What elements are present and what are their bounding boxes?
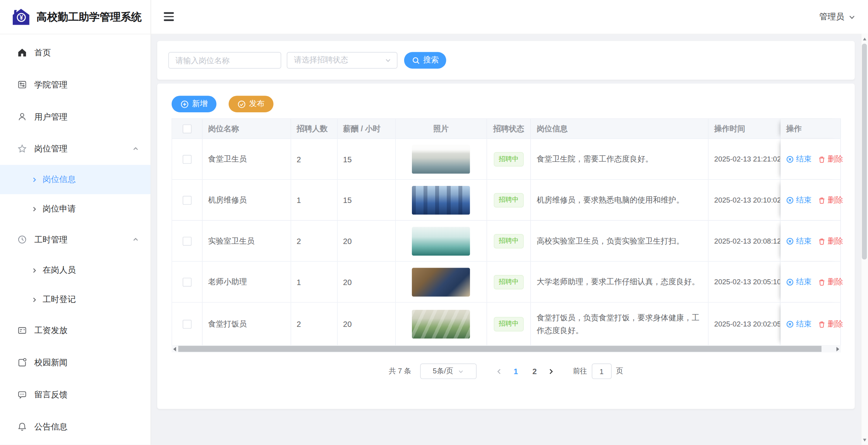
salary: 20	[338, 262, 396, 303]
status-badge: 招聘中	[494, 152, 524, 166]
sidebar-item-label: 岗位管理	[34, 144, 132, 154]
sidebar-item-users[interactable]: 用户管理	[0, 101, 151, 133]
end-action[interactable]: 结束	[786, 236, 812, 246]
job-name-input[interactable]	[168, 52, 281, 69]
table-header-row: 岗位名称 招聘人数 薪酬 / 小时 照片 招聘状态 岗位信息 操作时间 操作	[172, 119, 841, 139]
sidebar-item-on-duty[interactable]: 在岗人员	[0, 256, 151, 285]
sidebar-item-label: 学院管理	[34, 79, 140, 90]
message-icon	[17, 389, 28, 400]
col-header-salary: 薪酬 / 小时	[338, 119, 396, 139]
end-action[interactable]: 结束	[786, 195, 812, 205]
search-button[interactable]: 搜索	[404, 52, 446, 69]
row-checkbox[interactable]	[183, 155, 191, 163]
end-action-label: 结束	[796, 236, 811, 246]
select-all-checkbox[interactable]	[183, 124, 191, 133]
job-photo	[412, 268, 470, 296]
sidebar-item-label: 首页	[34, 47, 140, 58]
end-circle-icon	[786, 155, 794, 163]
home-icon	[17, 47, 28, 58]
job-info: 高校实验室卫生员，负责实验室卫生打扫。	[531, 221, 709, 262]
pagination-total: 共 7 条	[389, 366, 411, 376]
row-checkbox[interactable]	[183, 320, 191, 328]
sidebar-item-label: 工时管理	[34, 234, 132, 245]
job-name: 食堂打饭员	[203, 302, 291, 345]
operate-time: 2025-02-13 20:05:10	[709, 262, 781, 303]
operate-time: 2025-02-13 20:02:05	[709, 302, 781, 345]
delete-action[interactable]: 删除	[818, 277, 843, 287]
operate-time: 2025-02-13 21:21:02	[709, 139, 781, 180]
recruit-status-select[interactable]: 请选择招聘状态	[287, 52, 398, 69]
salary: 20	[338, 221, 396, 262]
sidebar: ¥ 高校勤工助学管理系统 首页 学院管理	[0, 0, 151, 445]
job-photo	[412, 186, 470, 214]
scroll-right-arrow[interactable]	[837, 347, 839, 351]
pagination: 共 7 条 5条/页 1 2 前往 页	[157, 364, 855, 379]
chevron-up-icon	[132, 236, 140, 244]
sidebar-item-news[interactable]: 校园新闻	[0, 346, 151, 378]
end-action-label: 结束	[796, 154, 811, 164]
page-size-value: 5条/页	[433, 366, 453, 376]
row-checkbox[interactable]	[183, 277, 191, 286]
scroll-down-arrow[interactable]	[861, 436, 868, 444]
headcount: 2	[291, 221, 338, 262]
sidebar-item-label: 公告信息	[34, 421, 140, 432]
end-action[interactable]: 结束	[786, 277, 812, 287]
check-circle-icon	[238, 100, 246, 108]
sidebar-subitem-label: 在岗人员	[43, 265, 76, 275]
end-action[interactable]: 结束	[786, 154, 812, 164]
headcount: 1	[291, 262, 338, 303]
table-row: 机房维修员 1 15 招聘中 机房维修员，要求熟悉电脑的使用和维护。 2025-…	[172, 180, 841, 221]
job-photo	[412, 227, 470, 255]
scroll-left-arrow[interactable]	[173, 347, 176, 351]
user-dropdown[interactable]: 管理员	[819, 0, 856, 34]
page-size-select[interactable]: 5条/页	[420, 364, 477, 379]
scroll-up-arrow[interactable]	[861, 35, 868, 43]
delete-action[interactable]: 删除	[818, 319, 843, 329]
vertical-scroll-thumb[interactable]	[862, 44, 867, 259]
sidebar-item-jobs[interactable]: 岗位管理	[0, 133, 151, 165]
search-icon	[412, 56, 420, 64]
job-table: 岗位名称 招聘人数 薪酬 / 小时 照片 招聘状态 岗位信息 操作时间 操作 食…	[172, 119, 841, 346]
sidebar-item-home[interactable]: 首页	[0, 36, 151, 69]
table-row: 食堂打饭员 2 20 招聘中 食堂打饭员，负责食堂打饭，要求身体健康，工作态度良…	[172, 302, 841, 345]
trash-icon	[818, 196, 825, 204]
topbar: 管理员	[151, 0, 868, 34]
end-circle-icon	[786, 196, 794, 204]
end-action[interactable]: 结束	[786, 319, 812, 329]
sidebar-item-announcements[interactable]: 公告信息	[0, 411, 151, 443]
chevron-down-icon	[848, 13, 856, 21]
goto-page-input[interactable]	[592, 364, 611, 379]
headcount: 2	[291, 139, 338, 180]
plus-circle-icon	[181, 100, 189, 108]
sidebar-item-hour-register[interactable]: 工时登记	[0, 285, 151, 314]
sidebar-item-salary[interactable]: 工资发放	[0, 314, 151, 346]
row-checkbox[interactable]	[183, 237, 191, 246]
sidebar-item-hours[interactable]: 工时管理	[0, 223, 151, 256]
status-badge: 招聘中	[494, 193, 524, 207]
sidebar-item-job-apply[interactable]: 岗位申请	[0, 194, 151, 223]
end-circle-icon	[786, 278, 794, 286]
row-checkbox[interactable]	[183, 196, 191, 204]
chevron-up-icon	[132, 145, 140, 153]
horizontal-scroll-thumb[interactable]	[178, 346, 822, 352]
chevron-right-icon	[31, 205, 38, 213]
sidebar-item-college[interactable]: 学院管理	[0, 69, 151, 101]
page-number-2[interactable]: 2	[527, 367, 542, 376]
sidebar-item-feedback[interactable]: 留言反馈	[0, 378, 151, 411]
add-button[interactable]: 新增	[172, 96, 217, 112]
user-icon	[17, 111, 28, 122]
col-header-photo: 照片	[396, 119, 487, 139]
job-photo	[412, 309, 470, 338]
delete-action[interactable]: 删除	[818, 195, 843, 205]
prev-page-arrow[interactable]	[492, 368, 506, 375]
sidebar-nav: 首页 学院管理 用户管理	[0, 34, 151, 443]
delete-action[interactable]: 删除	[818, 154, 843, 164]
next-page-arrow[interactable]	[544, 368, 558, 375]
publish-button[interactable]: 发布	[229, 96, 274, 112]
sidebar-item-job-info[interactable]: 岗位信息	[0, 165, 151, 194]
job-name: 实验室卫生员	[203, 221, 291, 262]
delete-action[interactable]: 删除	[818, 236, 843, 246]
menu-fold-icon[interactable]	[164, 12, 174, 21]
page-number-1[interactable]: 1	[508, 367, 524, 376]
college-icon	[17, 79, 28, 90]
